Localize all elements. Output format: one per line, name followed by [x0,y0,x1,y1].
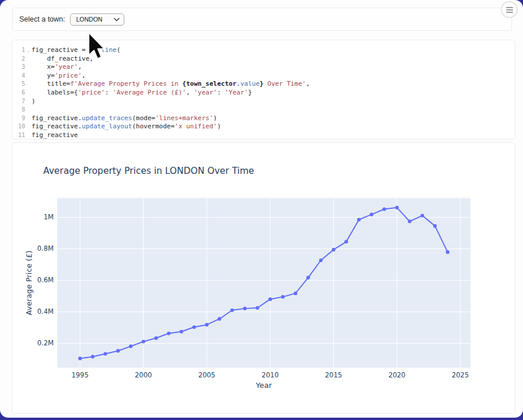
code-text: ) [32,97,36,106]
y-tick-label: 0.4M [37,308,54,316]
x-tick-label: 2025 [452,371,469,379]
line-number: 10 [12,123,25,131]
code-text: y='price', [32,72,86,80]
data-point-marker[interactable] [103,352,107,355]
app-background: Select a town: LONDON 1⌄fig_reactive = p… [0,0,523,420]
x-tick-label: 2020 [388,371,405,379]
property-price-line-chart[interactable]: 19952000200520102015202020250.2M0.4M0.6M… [12,143,515,413]
fold-spacer [25,63,32,72]
data-point-marker[interactable] [243,307,246,310]
data-point-marker[interactable] [319,258,323,262]
data-point-marker[interactable] [446,250,449,254]
data-point-marker[interactable] [193,326,196,329]
data-point-marker[interactable] [218,317,221,321]
code-text: fig_reactive [32,131,78,139]
data-point-marker[interactable] [142,340,145,343]
town-selector-cell: Select a town: LONDON [12,8,512,31]
code-editor-cell[interactable]: 1⌄fig_reactive = px.line(2 df_reactive,3… [12,40,515,139]
code-line[interactable]: 4 y='price', [12,72,515,80]
fold-spacer [25,114,32,123]
code-line[interactable]: 11fig_reactive [12,131,515,139]
code-line[interactable]: 7) [12,97,515,106]
line-number: 3 [12,63,25,72]
data-point-marker[interactable] [395,206,399,209]
notebook-page: Select a town: LONDON 1⌄fig_reactive = p… [0,0,523,418]
data-point-marker[interactable] [256,306,259,310]
data-point-marker[interactable] [332,248,335,251]
data-point-marker[interactable] [433,224,437,228]
data-point-marker[interactable] [344,240,348,243]
fold-spacer [25,97,32,106]
data-point-marker[interactable] [205,323,208,327]
line-number: 1 [12,46,25,55]
y-tick-label: 1M [44,214,54,222]
line-number: 11 [12,131,25,139]
line-number: 8 [12,106,25,114]
y-axis-title: Average Price (£) [25,250,33,315]
data-point-marker[interactable] [382,207,386,211]
data-point-marker[interactable] [167,331,170,335]
data-point-marker[interactable] [269,298,272,301]
line-number: 5 [12,80,25,89]
y-tick-label: 0.8M [37,245,54,253]
fold-spacer [25,131,32,139]
code-text: fig_reactive.update_traces(mode='lines+m… [32,114,217,123]
data-point-marker[interactable] [180,330,183,333]
fold-spacer [25,89,32,97]
y-tick-label: 0.2M [37,339,54,347]
code-line[interactable]: 9fig_reactive.update_traces(mode='lines+… [12,114,515,123]
line-number: 4 [12,72,25,80]
hamburger-menu-icon [506,7,513,8]
code-lines: 1⌄fig_reactive = px.line(2 df_reactive,3… [12,46,515,139]
chart-output-cell: 19952000200520102015202020250.2M0.4M0.6M… [12,142,515,414]
data-point-marker[interactable] [129,345,133,348]
town-dropdown-value: LONDON [76,16,103,23]
fold-spacer [25,55,32,64]
x-tick-label: 2005 [198,371,215,379]
code-line[interactable]: 6 labels={'price': 'Average Price (£)', … [12,89,515,97]
chart-title: Average Property Prices in LONDON Over T… [43,166,254,176]
fold-spacer [25,80,32,89]
code-line[interactable]: 10fig_reactive.update_layout(hovermode='… [12,123,515,131]
data-point-marker[interactable] [91,355,95,358]
code-line[interactable]: 3 x='year', [12,63,515,72]
plot-area[interactable] [57,198,470,368]
code-text: title=f'Average Property Prices in {town… [32,80,310,89]
code-line[interactable]: 1⌄fig_reactive = px.line( [12,46,515,55]
code-line[interactable]: 5 title=f'Average Property Prices in {to… [12,80,515,89]
data-point-marker[interactable] [357,218,361,221]
fold-spacer [25,123,32,131]
data-point-marker[interactable] [408,219,412,223]
code-text: df_reactive, [32,55,93,64]
data-point-marker[interactable] [154,336,158,340]
data-point-marker[interactable] [306,276,310,279]
y-tick-label: 0.6M [37,276,54,285]
line-number: 6 [12,89,25,97]
town-selector-label: Select a town: [19,15,65,23]
code-text: labels={'price': 'Average Price (£)', 'y… [32,89,252,97]
x-tick-label: 2010 [262,371,278,379]
line-number: 2 [12,55,25,64]
data-point-marker[interactable] [231,309,234,312]
x-tick-label: 2015 [325,371,342,379]
data-point-marker[interactable] [78,356,82,360]
data-point-marker[interactable] [281,295,285,299]
code-line[interactable]: 8 [12,106,515,114]
code-line[interactable]: 2 df_reactive, [12,55,515,64]
x-tick-label: 1995 [71,371,88,379]
x-axis-title: Year [255,381,272,390]
line-number: 9 [12,114,25,123]
fold-spacer [25,106,32,114]
x-tick-label: 2000 [135,371,152,379]
chevron-down-icon [114,18,120,22]
data-point-marker[interactable] [116,349,120,352]
notebook-menu-button[interactable] [501,1,518,18]
data-point-marker[interactable] [370,213,374,216]
line-number: 7 [12,97,25,106]
data-point-marker[interactable] [420,214,424,217]
code-text: fig_reactive = px.line( [32,46,120,55]
fold-arrow-icon[interactable]: ⌄ [25,46,32,55]
data-point-marker[interactable] [294,292,297,295]
town-dropdown[interactable]: LONDON [70,13,124,26]
code-text: x='year', [32,63,82,72]
